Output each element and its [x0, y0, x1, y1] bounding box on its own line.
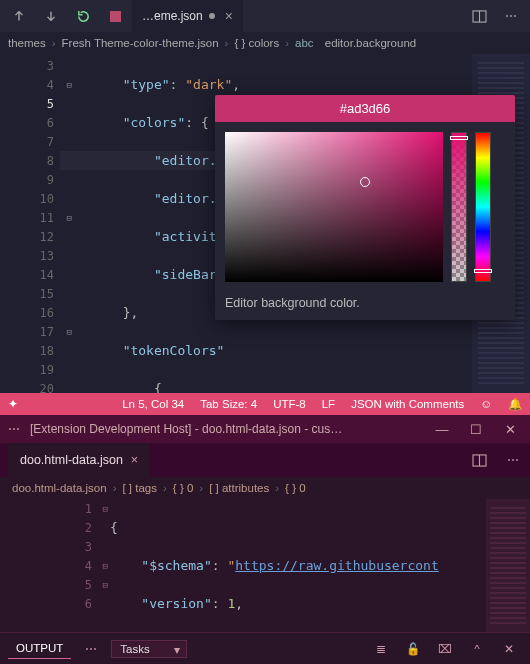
bottom-window: ⋯ [Extension Development Host] - doo.htm…	[0, 415, 530, 664]
tab-label: doo.html-data.json	[20, 453, 123, 467]
status-tab-size[interactable]: Tab Size: 4	[192, 393, 265, 415]
code-content[interactable]: { "$schema": "https://raw.githubusercont…	[110, 499, 486, 632]
window-title: [Extension Development Host] - doo.html-…	[30, 422, 342, 436]
status-ln-col[interactable]: Ln 5, Col 34	[114, 393, 192, 415]
breadcrumb-item[interactable]: { } colors	[234, 37, 279, 49]
top-statusbar: ✦ Ln 5, Col 34 Tab Size: 4 UTF-8 LF JSON…	[0, 393, 530, 415]
panel-more-icon[interactable]: ⋯	[77, 638, 105, 660]
color-picker-alpha[interactable]	[451, 132, 467, 282]
more-actions-icon[interactable]: ⋯	[496, 443, 530, 477]
window-maximize-icon[interactable]: ☐	[464, 422, 488, 437]
bottom-panel-bar: OUTPUT ⋯ Tasks ≣ 🔓 ⌧ ^ ✕	[0, 632, 530, 664]
editor-tab[interactable]: …eme.json ×	[132, 0, 243, 32]
notifications-icon[interactable]: 🔔	[500, 393, 530, 415]
hue-thumb[interactable]	[474, 269, 492, 273]
color-picker-hue[interactable]	[475, 132, 491, 282]
editor-tab[interactable]: doo.html-data.json ×	[8, 443, 150, 477]
color-picker-hex[interactable]: #ad3d66	[215, 95, 515, 122]
tab-close-icon[interactable]: ×	[131, 453, 138, 467]
bottom-tabbar: doo.html-data.json × ⋯	[0, 443, 530, 477]
status-encoding[interactable]: UTF-8	[265, 393, 314, 415]
status-eol[interactable]: LF	[314, 393, 343, 415]
tab-close-icon[interactable]: ×	[225, 8, 233, 24]
tab-modified-indicator	[209, 13, 215, 19]
split-editor-icon[interactable]	[464, 10, 494, 23]
minimap[interactable]	[486, 499, 530, 632]
reload-icon[interactable]	[68, 2, 98, 30]
breadcrumb-item[interactable]: Fresh Theme-color-theme.json	[62, 37, 219, 49]
breadcrumb-item[interactable]: abc editor.background	[295, 37, 416, 49]
window-close-icon[interactable]: ✕	[498, 422, 522, 437]
panel-filter-icon[interactable]: ≣	[368, 642, 394, 656]
more-actions-icon[interactable]: ⋯	[496, 9, 526, 23]
panel-clear-icon[interactable]: ⌧	[432, 642, 458, 656]
top-breadcrumbs[interactable]: themes› Fresh Theme-color-theme.json› { …	[0, 32, 530, 54]
panel-maximize-icon[interactable]: ^	[464, 643, 490, 655]
alpha-thumb[interactable]	[450, 136, 468, 140]
panel-lock-icon[interactable]: 🔓	[400, 642, 426, 656]
top-editor[interactable]: 3 4⊟ 5 6 7 8 9 10 11⊟ 12 13 14 15 16 17⊟…	[0, 54, 530, 393]
go-back-icon[interactable]	[4, 2, 34, 30]
line-gutter: 3 4⊟ 5 6 7 8 9 10 11⊟ 12 13 14 15 16 17⊟…	[0, 54, 60, 393]
feedback-icon[interactable]: ☺	[472, 393, 500, 415]
top-titlebar: …eme.json × ⋯	[0, 0, 530, 32]
app-menu-icon[interactable]: ⋯	[8, 422, 20, 436]
bottom-breadcrumbs[interactable]: doo.html-data.json› [ ] tags› { } 0› [ ]…	[0, 477, 530, 499]
panel-channel-select[interactable]: Tasks	[111, 640, 186, 658]
color-picker-thumb[interactable]	[360, 177, 370, 187]
status-language[interactable]: JSON with Comments	[343, 393, 472, 415]
split-editor-icon[interactable]	[462, 443, 496, 477]
breadcrumb-item[interactable]: themes	[8, 37, 46, 49]
stop-icon[interactable]	[100, 2, 130, 30]
tab-label: …eme.json	[142, 9, 203, 23]
bottom-editor[interactable]: 1⊟ 2 3 4⊟ 5⊟ 6 { "$schema": "https://raw…	[0, 499, 530, 632]
window-minimize-icon[interactable]: —	[430, 422, 454, 437]
color-picker-description: Editor background color.	[215, 292, 515, 320]
panel-tab-output[interactable]: OUTPUT	[8, 638, 71, 659]
line-gutter: 1⊟ 2 3 4⊟ 5⊟ 6	[0, 499, 110, 632]
top-window: …eme.json × ⋯ themes› Fresh Theme-color-…	[0, 0, 530, 415]
panel-close-icon[interactable]: ✕	[496, 642, 522, 656]
status-remote-icon[interactable]: ✦	[0, 393, 26, 415]
bottom-titlebar: ⋯ [Extension Development Host] - doo.htm…	[0, 415, 530, 443]
go-forward-icon[interactable]	[36, 2, 66, 30]
color-picker-saturation[interactable]	[225, 132, 443, 282]
color-picker: #ad3d66 Editor background color.	[215, 95, 515, 320]
